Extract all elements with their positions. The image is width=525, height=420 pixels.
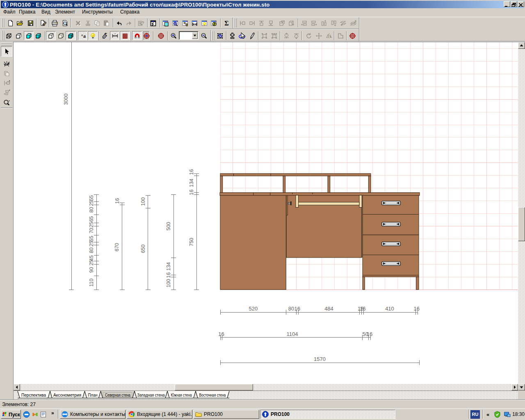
svg-text:16: 16 — [414, 306, 420, 312]
svg-text:Западная стена: Западная стена — [137, 393, 165, 397]
svg-text:Аксонометрия: Аксонометрия — [53, 393, 81, 397]
svg-text:500: 500 — [166, 222, 171, 231]
svg-text:484: 484 — [324, 306, 333, 312]
svg-text:Σ: Σ — [224, 20, 228, 27]
svg-text:16: 16 — [189, 189, 194, 195]
svg-text:55: 55 — [89, 195, 94, 201]
svg-text:16: 16 — [360, 306, 365, 312]
svg-text:110: 110 — [89, 278, 94, 287]
svg-text:16: 16 — [114, 198, 120, 204]
svg-text:134: 134 — [166, 262, 171, 271]
svg-text:1104: 1104 — [287, 331, 298, 337]
svg-text:100: 100 — [140, 197, 146, 206]
svg-text:3000: 3000 — [63, 94, 69, 105]
svg-text:25: 25 — [89, 222, 94, 228]
svg-text:16: 16 — [218, 331, 224, 337]
svg-text:16: 16 — [166, 272, 171, 278]
svg-text:45: 45 — [89, 256, 94, 261]
svg-text:134: 134 — [189, 179, 194, 187]
svg-text:520: 520 — [249, 306, 258, 312]
svg-text:65: 65 — [89, 216, 94, 222]
svg-text:1570: 1570 — [314, 356, 326, 362]
svg-text:80: 80 — [89, 207, 94, 213]
svg-text:70: 70 — [89, 228, 94, 233]
svg-text:a: a — [83, 33, 86, 39]
svg-text:670: 670 — [114, 243, 120, 251]
svg-text:16: 16 — [294, 306, 300, 312]
svg-text:Перспектива: Перспектива — [21, 393, 46, 397]
svg-text:a: a — [81, 33, 83, 37]
svg-text:750: 750 — [189, 238, 194, 247]
svg-text:55: 55 — [89, 236, 94, 242]
svg-text:100: 100 — [166, 279, 171, 288]
svg-text:16: 16 — [189, 169, 194, 175]
svg-text:80: 80 — [89, 247, 94, 253]
svg-text:410: 410 — [385, 306, 394, 312]
svg-text:650: 650 — [140, 244, 146, 253]
svg-text:Южная стена: Южная стена — [171, 393, 192, 397]
svg-text:План: План — [88, 393, 98, 397]
svg-text:16: 16 — [367, 331, 372, 337]
svg-text:90: 90 — [89, 267, 94, 273]
svg-text:Северная стена: Северная стена — [105, 393, 131, 397]
svg-text:Восточная стена: Восточная стена — [199, 393, 226, 397]
svg-text:80: 80 — [288, 306, 294, 312]
